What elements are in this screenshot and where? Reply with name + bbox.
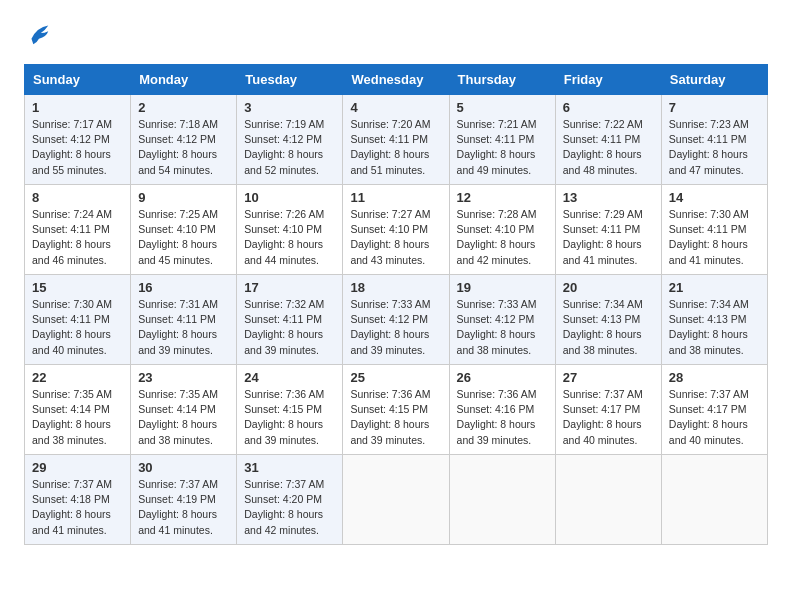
sunrise-text: Sunrise: 7:29 AM xyxy=(563,207,654,222)
sunset-text: Sunset: 4:12 PM xyxy=(457,312,548,327)
calendar-cell: 28 Sunrise: 7:37 AM Sunset: 4:17 PM Dayl… xyxy=(661,365,767,455)
calendar-cell: 2 Sunrise: 7:18 AM Sunset: 4:12 PM Dayli… xyxy=(131,95,237,185)
weekday-header-wednesday: Wednesday xyxy=(343,65,449,95)
daylight-text: Daylight: 8 hours and 40 minutes. xyxy=(669,417,760,447)
day-info: Sunrise: 7:28 AM Sunset: 4:10 PM Dayligh… xyxy=(457,207,548,268)
day-number: 25 xyxy=(350,370,441,385)
daylight-text: Daylight: 8 hours and 49 minutes. xyxy=(457,147,548,177)
calendar-cell: 19 Sunrise: 7:33 AM Sunset: 4:12 PM Dayl… xyxy=(449,275,555,365)
calendar-cell: 22 Sunrise: 7:35 AM Sunset: 4:14 PM Dayl… xyxy=(25,365,131,455)
sunset-text: Sunset: 4:10 PM xyxy=(244,222,335,237)
day-info: Sunrise: 7:17 AM Sunset: 4:12 PM Dayligh… xyxy=(32,117,123,178)
day-number: 14 xyxy=(669,190,760,205)
day-number: 29 xyxy=(32,460,123,475)
sunset-text: Sunset: 4:19 PM xyxy=(138,492,229,507)
calendar-cell: 14 Sunrise: 7:30 AM Sunset: 4:11 PM Dayl… xyxy=(661,185,767,275)
calendar-cell: 3 Sunrise: 7:19 AM Sunset: 4:12 PM Dayli… xyxy=(237,95,343,185)
weekday-header-friday: Friday xyxy=(555,65,661,95)
day-number: 6 xyxy=(563,100,654,115)
calendar-cell xyxy=(449,455,555,545)
day-info: Sunrise: 7:35 AM Sunset: 4:14 PM Dayligh… xyxy=(138,387,229,448)
daylight-text: Daylight: 8 hours and 38 minutes. xyxy=(669,327,760,357)
calendar-week-row: 15 Sunrise: 7:30 AM Sunset: 4:11 PM Dayl… xyxy=(25,275,768,365)
calendar-cell xyxy=(555,455,661,545)
daylight-text: Daylight: 8 hours and 41 minutes. xyxy=(138,507,229,537)
day-number: 9 xyxy=(138,190,229,205)
daylight-text: Daylight: 8 hours and 41 minutes. xyxy=(32,507,123,537)
calendar-cell: 8 Sunrise: 7:24 AM Sunset: 4:11 PM Dayli… xyxy=(25,185,131,275)
calendar-cell: 30 Sunrise: 7:37 AM Sunset: 4:19 PM Dayl… xyxy=(131,455,237,545)
day-number: 18 xyxy=(350,280,441,295)
day-info: Sunrise: 7:36 AM Sunset: 4:15 PM Dayligh… xyxy=(244,387,335,448)
day-number: 15 xyxy=(32,280,123,295)
day-info: Sunrise: 7:25 AM Sunset: 4:10 PM Dayligh… xyxy=(138,207,229,268)
day-number: 12 xyxy=(457,190,548,205)
calendar-cell: 18 Sunrise: 7:33 AM Sunset: 4:12 PM Dayl… xyxy=(343,275,449,365)
day-number: 24 xyxy=(244,370,335,385)
logo-bird-icon xyxy=(24,20,52,48)
sunset-text: Sunset: 4:13 PM xyxy=(669,312,760,327)
sunset-text: Sunset: 4:11 PM xyxy=(457,132,548,147)
sunrise-text: Sunrise: 7:24 AM xyxy=(32,207,123,222)
weekday-header-sunday: Sunday xyxy=(25,65,131,95)
daylight-text: Daylight: 8 hours and 51 minutes. xyxy=(350,147,441,177)
day-number: 26 xyxy=(457,370,548,385)
day-number: 17 xyxy=(244,280,335,295)
calendar-week-row: 22 Sunrise: 7:35 AM Sunset: 4:14 PM Dayl… xyxy=(25,365,768,455)
daylight-text: Daylight: 8 hours and 43 minutes. xyxy=(350,237,441,267)
weekday-header-saturday: Saturday xyxy=(661,65,767,95)
daylight-text: Daylight: 8 hours and 38 minutes. xyxy=(32,417,123,447)
calendar-week-row: 1 Sunrise: 7:17 AM Sunset: 4:12 PM Dayli… xyxy=(25,95,768,185)
calendar-cell: 5 Sunrise: 7:21 AM Sunset: 4:11 PM Dayli… xyxy=(449,95,555,185)
calendar-cell: 31 Sunrise: 7:37 AM Sunset: 4:20 PM Dayl… xyxy=(237,455,343,545)
sunset-text: Sunset: 4:12 PM xyxy=(32,132,123,147)
calendar-cell: 7 Sunrise: 7:23 AM Sunset: 4:11 PM Dayli… xyxy=(661,95,767,185)
daylight-text: Daylight: 8 hours and 42 minutes. xyxy=(457,237,548,267)
sunset-text: Sunset: 4:15 PM xyxy=(350,402,441,417)
day-info: Sunrise: 7:29 AM Sunset: 4:11 PM Dayligh… xyxy=(563,207,654,268)
calendar-cell: 29 Sunrise: 7:37 AM Sunset: 4:18 PM Dayl… xyxy=(25,455,131,545)
calendar-cell: 13 Sunrise: 7:29 AM Sunset: 4:11 PM Dayl… xyxy=(555,185,661,275)
calendar-cell xyxy=(343,455,449,545)
day-number: 5 xyxy=(457,100,548,115)
sunrise-text: Sunrise: 7:32 AM xyxy=(244,297,335,312)
daylight-text: Daylight: 8 hours and 48 minutes. xyxy=(563,147,654,177)
sunrise-text: Sunrise: 7:17 AM xyxy=(32,117,123,132)
weekday-header-tuesday: Tuesday xyxy=(237,65,343,95)
day-number: 27 xyxy=(563,370,654,385)
daylight-text: Daylight: 8 hours and 44 minutes. xyxy=(244,237,335,267)
day-number: 19 xyxy=(457,280,548,295)
day-number: 4 xyxy=(350,100,441,115)
calendar-cell: 1 Sunrise: 7:17 AM Sunset: 4:12 PM Dayli… xyxy=(25,95,131,185)
sunset-text: Sunset: 4:20 PM xyxy=(244,492,335,507)
daylight-text: Daylight: 8 hours and 46 minutes. xyxy=(32,237,123,267)
sunset-text: Sunset: 4:11 PM xyxy=(563,222,654,237)
day-info: Sunrise: 7:34 AM Sunset: 4:13 PM Dayligh… xyxy=(669,297,760,358)
day-number: 13 xyxy=(563,190,654,205)
page-header xyxy=(24,20,768,48)
day-number: 22 xyxy=(32,370,123,385)
sunset-text: Sunset: 4:11 PM xyxy=(563,132,654,147)
daylight-text: Daylight: 8 hours and 39 minutes. xyxy=(138,327,229,357)
sunrise-text: Sunrise: 7:36 AM xyxy=(350,387,441,402)
day-info: Sunrise: 7:34 AM Sunset: 4:13 PM Dayligh… xyxy=(563,297,654,358)
sunset-text: Sunset: 4:15 PM xyxy=(244,402,335,417)
logo xyxy=(24,20,56,48)
sunset-text: Sunset: 4:10 PM xyxy=(457,222,548,237)
sunrise-text: Sunrise: 7:36 AM xyxy=(244,387,335,402)
daylight-text: Daylight: 8 hours and 38 minutes. xyxy=(457,327,548,357)
sunrise-text: Sunrise: 7:35 AM xyxy=(32,387,123,402)
day-info: Sunrise: 7:22 AM Sunset: 4:11 PM Dayligh… xyxy=(563,117,654,178)
day-number: 1 xyxy=(32,100,123,115)
day-number: 30 xyxy=(138,460,229,475)
calendar-cell: 20 Sunrise: 7:34 AM Sunset: 4:13 PM Dayl… xyxy=(555,275,661,365)
sunrise-text: Sunrise: 7:22 AM xyxy=(563,117,654,132)
calendar-week-row: 29 Sunrise: 7:37 AM Sunset: 4:18 PM Dayl… xyxy=(25,455,768,545)
daylight-text: Daylight: 8 hours and 45 minutes. xyxy=(138,237,229,267)
day-info: Sunrise: 7:33 AM Sunset: 4:12 PM Dayligh… xyxy=(457,297,548,358)
calendar-cell: 9 Sunrise: 7:25 AM Sunset: 4:10 PM Dayli… xyxy=(131,185,237,275)
daylight-text: Daylight: 8 hours and 42 minutes. xyxy=(244,507,335,537)
calendar-cell: 15 Sunrise: 7:30 AM Sunset: 4:11 PM Dayl… xyxy=(25,275,131,365)
day-info: Sunrise: 7:20 AM Sunset: 4:11 PM Dayligh… xyxy=(350,117,441,178)
sunrise-text: Sunrise: 7:31 AM xyxy=(138,297,229,312)
